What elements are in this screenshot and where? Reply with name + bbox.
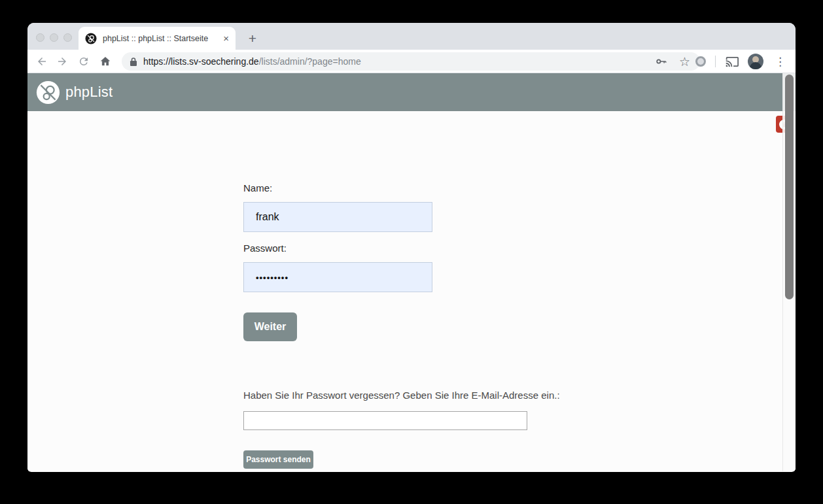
- forgot-email-input[interactable]: [243, 411, 527, 430]
- back-icon[interactable]: [34, 54, 50, 69]
- browser-toolbar: https://lists.sv-soechering.de/lists/adm…: [27, 50, 796, 73]
- site-header: phpList: [27, 73, 796, 111]
- browser-window: phpList :: phpList :: Startseite × + htt…: [27, 23, 796, 472]
- phplist-favicon-icon: [85, 33, 97, 44]
- bookmark-star-icon[interactable]: ☆: [677, 56, 692, 68]
- forward-icon[interactable]: [54, 54, 70, 69]
- password-label: Passwort:: [243, 243, 287, 254]
- close-window-button[interactable]: [36, 33, 44, 42]
- address-bar[interactable]: https://lists.sv-soechering.de/lists/adm…: [122, 52, 700, 71]
- cast-icon[interactable]: [725, 56, 739, 67]
- tab-close-icon[interactable]: ×: [223, 33, 229, 43]
- home-icon[interactable]: [97, 54, 113, 69]
- reload-icon[interactable]: [76, 54, 92, 69]
- phplist-logo-icon: [36, 80, 60, 105]
- lock-icon: [130, 57, 137, 67]
- extension-icon[interactable]: [695, 56, 706, 67]
- tab-title: phpList :: phpList :: Startseite: [103, 34, 219, 43]
- zoom-window-button[interactable]: [63, 33, 72, 42]
- page-scrollbar[interactable]: [782, 73, 796, 471]
- send-password-button[interactable]: Passwort senden: [243, 450, 313, 469]
- forgot-password-prompt: Haben Sie Ihr Passwort vergessen? Geben …: [243, 390, 560, 401]
- name-input[interactable]: [243, 202, 432, 232]
- scrollbar-thumb[interactable]: [785, 75, 794, 299]
- name-label: Name:: [243, 182, 272, 193]
- window-controls[interactable]: [36, 33, 72, 42]
- new-tab-button[interactable]: +: [243, 29, 262, 48]
- minimize-window-button[interactable]: [50, 33, 58, 42]
- page-content: phpList i Name: Passwort: Weiter Haben S…: [27, 73, 796, 471]
- tab-strip: phpList :: phpList :: Startseite × +: [27, 23, 796, 50]
- toolbar-divider: [715, 56, 716, 67]
- browser-menu-icon[interactable]: ⋮: [773, 56, 788, 67]
- toolbar-right: ⋮: [695, 50, 796, 73]
- url-text: https://lists.sv-soechering.de/lists/adm…: [143, 56, 650, 67]
- password-input[interactable]: [243, 262, 432, 292]
- brand-name: phpList: [65, 84, 113, 101]
- password-key-icon[interactable]: [655, 55, 668, 68]
- profile-avatar[interactable]: [748, 54, 763, 69]
- url-path: /lists/admin/?page=home: [259, 56, 361, 67]
- login-submit-button[interactable]: Weiter: [243, 312, 297, 341]
- tab-phplist[interactable]: phpList :: phpList :: Startseite ×: [79, 27, 236, 50]
- url-host: https://lists.sv-soechering.de: [143, 56, 259, 67]
